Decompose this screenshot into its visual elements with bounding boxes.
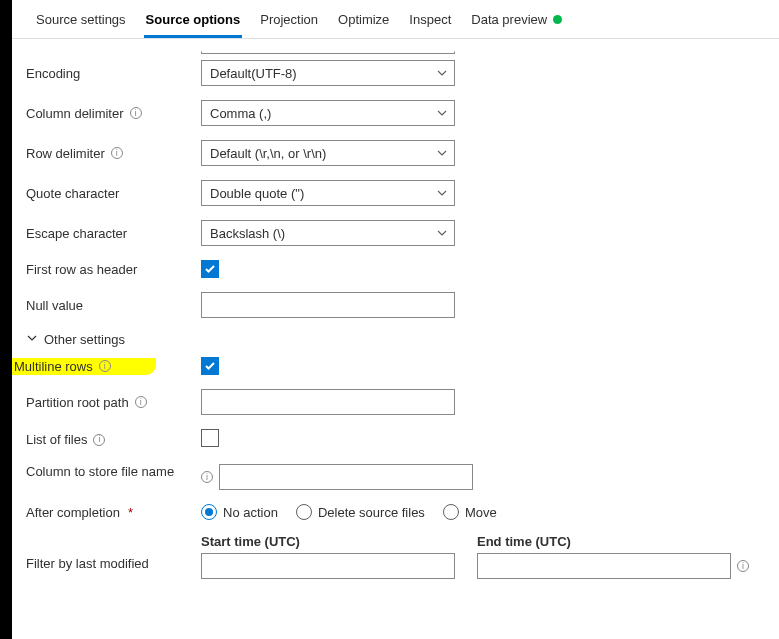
tab-label: Optimize — [338, 12, 389, 27]
tab-projection[interactable]: Projection — [250, 0, 328, 38]
dropdown-value: Default(UTF-8) — [210, 66, 297, 81]
first-row-header-label: First row as header — [26, 262, 201, 277]
info-icon[interactable]: i — [93, 434, 105, 446]
cutoff-field — [201, 51, 455, 54]
tab-optimize[interactable]: Optimize — [328, 0, 399, 38]
info-icon[interactable]: i — [135, 396, 147, 408]
dropdown-value: Default (\r,\n, or \r\n) — [210, 146, 326, 161]
end-time-input[interactable] — [477, 553, 731, 579]
multiline-rows-checkbox[interactable] — [201, 357, 219, 375]
dropdown-value: Comma (,) — [210, 106, 271, 121]
info-icon[interactable]: i — [99, 360, 111, 372]
info-icon[interactable]: i — [130, 107, 142, 119]
dropdown-value: Backslash (\) — [210, 226, 285, 241]
tab-label: Projection — [260, 12, 318, 27]
row-delimiter-dropdown[interactable]: Default (\r,\n, or \r\n) — [201, 140, 455, 166]
column-delimiter-dropdown[interactable]: Comma (,) — [201, 100, 455, 126]
info-icon[interactable]: i — [201, 471, 213, 483]
tab-label: Source settings — [36, 12, 126, 27]
column-store-file-name-input[interactable] — [219, 464, 473, 490]
start-time-input[interactable] — [201, 553, 455, 579]
tab-data-preview[interactable]: Data preview — [461, 0, 572, 38]
radio-no-action[interactable]: No action — [201, 504, 278, 520]
multiline-rows-label: Multiline rows i — [12, 358, 156, 375]
column-delimiter-label: Column delimiter i — [26, 106, 201, 121]
quote-character-label: Quote character — [26, 186, 201, 201]
chevron-down-icon — [26, 332, 38, 347]
status-dot-icon — [553, 15, 562, 24]
tab-bar: Source settings Source options Projectio… — [12, 0, 779, 39]
other-settings-toggle[interactable]: Other settings — [26, 332, 765, 347]
list-of-files-label: List of files i — [26, 432, 201, 447]
quote-character-dropdown[interactable]: Double quote (") — [201, 180, 455, 206]
radio-label: Delete source files — [318, 505, 425, 520]
filter-by-last-modified-label: Filter by last modified — [26, 534, 201, 571]
after-completion-radio-group: No action Delete source files Move — [201, 504, 497, 520]
radio-label: Move — [465, 505, 497, 520]
chevron-down-icon — [436, 107, 448, 119]
escape-character-label: Escape character — [26, 226, 201, 241]
tab-inspect[interactable]: Inspect — [399, 0, 461, 38]
null-value-input[interactable] — [201, 292, 455, 318]
info-icon[interactable]: i — [737, 560, 749, 572]
after-completion-label: After completion * — [26, 505, 201, 520]
row-delimiter-label: Row delimiter i — [26, 146, 201, 161]
encoding-label: Encoding — [26, 66, 201, 81]
radio-label: No action — [223, 505, 278, 520]
start-time-label: Start time (UTC) — [201, 534, 455, 549]
tab-label: Inspect — [409, 12, 451, 27]
tab-label: Data preview — [471, 12, 547, 27]
encoding-dropdown[interactable]: Default(UTF-8) — [201, 60, 455, 86]
radio-delete-source-files[interactable]: Delete source files — [296, 504, 425, 520]
section-title: Other settings — [44, 332, 125, 347]
radio-move[interactable]: Move — [443, 504, 497, 520]
escape-character-dropdown[interactable]: Backslash (\) — [201, 220, 455, 246]
info-icon[interactable]: i — [111, 147, 123, 159]
end-time-label: End time (UTC) — [477, 534, 749, 549]
chevron-down-icon — [436, 187, 448, 199]
dropdown-value: Double quote (") — [210, 186, 304, 201]
chevron-down-icon — [436, 147, 448, 159]
tab-source-options[interactable]: Source options — [136, 0, 251, 38]
partition-root-path-input[interactable] — [201, 389, 455, 415]
chevron-down-icon — [436, 227, 448, 239]
null-value-label: Null value — [26, 298, 201, 313]
partition-root-path-label: Partition root path i — [26, 395, 201, 410]
chevron-down-icon — [436, 67, 448, 79]
column-store-file-name-label: Column to store file name — [26, 464, 201, 480]
list-of-files-checkbox[interactable] — [201, 429, 219, 447]
tab-label: Source options — [146, 12, 241, 27]
required-indicator: * — [128, 505, 133, 520]
first-row-header-checkbox[interactable] — [201, 260, 219, 278]
tab-source-settings[interactable]: Source settings — [26, 0, 136, 38]
